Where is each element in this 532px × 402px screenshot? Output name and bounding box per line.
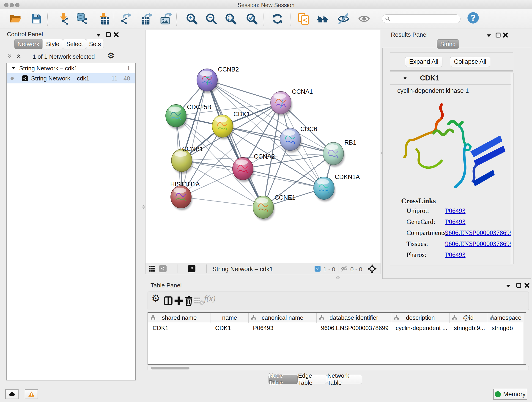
network-node-CDKN1A[interactable] [314,177,335,201]
table-vertical-scrollbar[interactable] [523,313,526,364]
network-options-gear-icon[interactable]: ⚙ [107,51,114,61]
table-cell[interactable]: stringdb:9... [449,323,487,333]
network-row-selected[interactable]: String Network – cdk1 11 48 [7,73,135,83]
show-columns-icon[interactable] [163,295,173,306]
float-panel-icon[interactable] [495,32,501,38]
network-from-selection-button[interactable] [298,13,310,25]
memory-button[interactable]: Memory [493,389,527,400]
delete-column-icon[interactable] [184,295,194,306]
float-panel-icon[interactable] [105,32,111,38]
table-cell[interactable]: cyclin-dependent ... [391,323,449,333]
table-row[interactable]: CDK1CDK1P064939606.ENSP00000378699cyclin… [148,323,526,333]
node-table[interactable]: shared namenamecanonical namedatabase id… [147,312,526,365]
help-button[interactable]: ? [467,12,479,24]
scrollbar-thumb[interactable] [151,367,190,370]
network-node-CCNB2[interactable] [197,69,218,93]
tab-network-table[interactable]: Network Table [327,375,362,384]
search-field[interactable] [382,14,461,23]
network-node-CCNE1[interactable] [253,196,274,220]
table-settings-gear-icon[interactable]: ⚙ [152,293,162,303]
hidden-eye-slash-icon[interactable] [341,265,348,273]
crosslink-link[interactable]: P06493 [445,207,466,215]
show-all-button[interactable] [358,13,370,25]
create-column-icon[interactable] [173,295,184,306]
network-node-CDC6[interactable] [280,128,302,153]
collapse-triangle-icon[interactable] [403,76,407,80]
horizontal-splitter-handle[interactable] [336,276,340,279]
zoom-selected-button[interactable] [246,13,258,25]
column-header-shared-name[interactable]: shared name [148,313,210,323]
network-edge[interactable] [181,80,207,197]
crosslink-link[interactable]: 9606.ENSP00000378699 [445,229,513,236]
panel-menu-icon[interactable] [486,32,492,38]
save-session-button[interactable] [30,13,43,25]
birdseye-navigator-icon[interactable] [367,264,377,274]
network-node-RB1[interactable] [323,142,345,167]
export-image-button[interactable] [160,13,172,25]
collapse-all-icon[interactable] [7,53,13,59]
table-cell[interactable]: stringdb [487,323,525,333]
panel-menu-icon[interactable] [95,32,101,38]
expand-all-icon[interactable] [16,53,22,59]
zoom-fit-button[interactable] [225,13,237,25]
column-header-name[interactable]: name [210,313,248,323]
network-collection-row[interactable]: String Network – cdk1 1 [7,63,135,73]
tab-select[interactable]: Select [63,39,86,49]
zoom-out-button[interactable] [205,13,217,25]
vertical-splitter-handle[interactable] [142,205,145,209]
column-header--id[interactable]: @id [449,313,487,323]
network-node-CDC25B[interactable] [166,104,187,129]
open-in-new-window-button[interactable] [188,265,196,272]
close-panel-icon[interactable] [113,32,119,38]
zoom-in-button[interactable] [186,13,198,25]
export-table-button[interactable] [141,13,153,25]
selected-checkbox-icon[interactable] [315,266,321,272]
results-scrollbar[interactable] [511,73,514,264]
table-horizontal-scrollbar[interactable] [147,366,529,370]
crosslink-link[interactable]: P06493 [445,218,466,225]
import-network-database-button[interactable] [76,13,89,25]
crosslink-link[interactable]: 9606.ENSP00000378699 [445,240,513,248]
string-view-toggle[interactable] [159,265,167,272]
entry-header[interactable]: CDK1 [390,72,513,85]
network-edge[interactable] [207,80,263,207]
hide-selection-button[interactable] [337,13,350,25]
tab-network[interactable]: Network [14,39,42,49]
column-header-canonical-name[interactable]: canonical name [248,313,317,323]
tab-sets[interactable]: Sets [86,39,104,49]
column-header-namespace[interactable]: namespace [487,313,525,323]
refresh-view-button[interactable] [271,13,284,25]
table-cell[interactable]: CDK1 [210,323,248,333]
tab-string[interactable]: String [437,39,459,49]
collapse-all-button[interactable]: Collapse All [450,57,490,67]
open-session-button[interactable] [9,13,22,25]
column-header-description[interactable]: description [391,313,449,323]
import-network-file-button[interactable] [57,13,70,25]
collapse-triangle-icon[interactable] [12,66,16,70]
expand-all-button[interactable]: Expand All [405,57,443,67]
network-view-canvas[interactable]: CCNB2CCNA1CDC25BCDK1CDC6RB1CCNB1CCNA2CDK… [145,30,381,263]
network-node-CDK1[interactable] [212,115,234,139]
tab-style[interactable]: Style [42,39,63,49]
cloud-button[interactable] [5,389,19,399]
panel-menu-icon[interactable] [505,283,511,289]
network-node-CCNA1[interactable] [271,91,292,116]
tab-node-table[interactable]: Node Table [268,375,298,384]
table-cell[interactable]: P06493 [248,323,317,333]
network-edge[interactable] [243,169,324,188]
search-input[interactable] [390,16,455,22]
show-grid-icon[interactable] [149,265,155,273]
table-cell[interactable]: 9606.ENSP00000378699 [317,323,391,333]
close-panel-icon[interactable] [524,282,530,288]
column-header-database-identifier[interactable]: database identifier [317,313,391,323]
close-panel-icon[interactable] [502,32,508,38]
first-neighbors-button[interactable] [317,13,329,25]
warnings-button[interactable] [25,389,38,399]
crosslink-link[interactable]: P06493 [445,251,466,259]
float-panel-icon[interactable] [516,282,522,288]
import-table-file-button[interactable] [97,13,109,25]
export-network-button[interactable] [120,13,133,25]
tab-edge-table[interactable]: Edge Table [298,375,327,384]
table-cell[interactable]: CDK1 [148,323,210,333]
network-edge[interactable] [181,197,263,207]
